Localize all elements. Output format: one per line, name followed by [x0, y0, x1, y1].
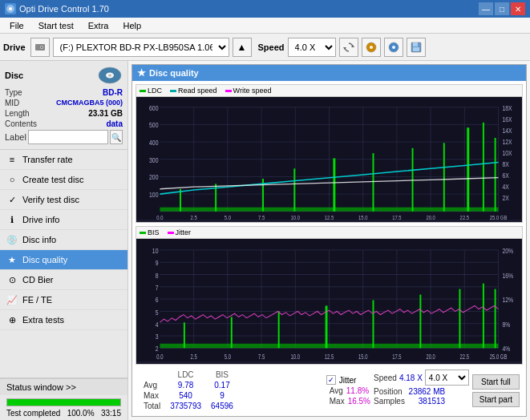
speed-select[interactable]: 4.0 X: [288, 38, 336, 57]
drive-label: Drive: [3, 42, 26, 52]
position-row: Position 23862 MB: [374, 387, 445, 396]
svg-text:100: 100: [149, 191, 159, 199]
minimize-button[interactable]: —: [479, 2, 493, 15]
jitter-checkbox[interactable]: ✓: [326, 375, 336, 385]
save-button[interactable]: [407, 38, 426, 57]
svg-rect-70: [483, 123, 484, 212]
start-full-button[interactable]: Start full: [472, 374, 520, 390]
menu-start-test[interactable]: Start test: [32, 19, 80, 32]
drive-icon-button[interactable]: [30, 38, 50, 57]
svg-rect-117: [184, 322, 185, 348]
svg-text:15.0: 15.0: [358, 353, 367, 361]
svg-text:600: 600: [149, 104, 159, 112]
drive-info-icon: ℹ: [6, 214, 18, 225]
svg-point-16: [108, 75, 111, 77]
cd-bier-icon: ⊙: [6, 274, 18, 285]
menu-extra[interactable]: Extra: [82, 19, 115, 32]
svg-text:25.0 GB: 25.0 GB: [490, 353, 508, 361]
disc-mid-row: MID CMCMAGBA5 (000): [5, 99, 123, 107]
disc-section-label: Disc: [5, 71, 23, 80]
svg-text:12.5: 12.5: [325, 214, 334, 220]
maximize-button[interactable]: □: [495, 2, 509, 15]
svg-text:17.5: 17.5: [392, 214, 402, 220]
max-row-label: Max: [139, 390, 165, 401]
mid-value: CMCMAGBA5 (000): [56, 99, 123, 107]
transfer-rate-icon: ≡: [6, 154, 18, 165]
svg-rect-71: [495, 138, 496, 212]
bis-col-header: BIS: [206, 370, 238, 380]
svg-rect-119: [278, 311, 280, 348]
app-icon: [5, 3, 16, 14]
close-button[interactable]: ✕: [511, 2, 525, 15]
status-percent: 100.0%: [67, 409, 95, 418]
disc-info-icon: 💿: [6, 234, 18, 245]
status-window-label: Status window >>: [6, 382, 76, 392]
panel-icon: ★: [137, 67, 146, 79]
write-speed-legend-label: Write speed: [233, 87, 272, 95]
label-search-button[interactable]: 🔍: [110, 130, 123, 144]
status-text-row: Test completed 100.0% 33:15: [3, 408, 124, 418]
disc-panel-header: Disc: [5, 66, 123, 85]
svg-text:9: 9: [156, 258, 159, 268]
menu-help[interactable]: Help: [116, 19, 148, 32]
svg-text:8: 8: [156, 270, 159, 280]
sidebar-item-extra-tests[interactable]: ⊕ Extra tests: [0, 310, 127, 330]
jitter-legend-label: Jitter: [176, 228, 192, 236]
progress-bar-fill: [7, 399, 120, 406]
start-part-button[interactable]: Start part: [472, 392, 520, 407]
sidebar-item-disc-quality[interactable]: ★ Disc quality: [0, 250, 127, 270]
svg-text:4X: 4X: [502, 183, 509, 191]
drive-select[interactable]: (F:) PLEXTOR BD-R PX-LB950SA 1.06: [53, 38, 229, 57]
jitter-section: ✓ Jitter: [326, 375, 370, 385]
status-window-button[interactable]: Status window >>: [0, 378, 127, 395]
sidebar-item-label: FE / TE: [22, 295, 52, 305]
jitter-avg-val: 11.8%: [346, 386, 369, 395]
svg-point-10: [392, 46, 395, 49]
svg-rect-123: [459, 289, 460, 349]
samples-row: Samples 381513: [374, 397, 445, 406]
svg-text:10: 10: [152, 246, 159, 256]
sidebar-item-label: CD Bier: [22, 275, 54, 285]
avg-label2: Avg: [330, 386, 343, 395]
eject-button[interactable]: ▲: [233, 38, 252, 57]
menu-file[interactable]: File: [3, 19, 30, 32]
svg-rect-64: [293, 168, 295, 212]
sidebar-item-label: Transfer rate: [22, 155, 73, 164]
avg-ldc: 9.78: [165, 380, 206, 390]
chart2-area: BIS Jitter: [136, 226, 523, 365]
svg-text:0.0: 0.0: [156, 353, 163, 361]
status-completed-text: Test completed: [6, 409, 60, 418]
svg-text:10.0: 10.0: [291, 353, 300, 361]
speed-stat-select[interactable]: 4.0 X: [425, 370, 469, 386]
disc2-button[interactable]: [384, 38, 403, 57]
ldc-legend-label: LDC: [148, 87, 162, 95]
sidebar-item-verify-test-disc[interactable]: ✓ Verify test disc: [0, 190, 127, 210]
label-input[interactable]: [28, 130, 108, 144]
svg-rect-65: [333, 159, 335, 212]
disc-button[interactable]: [362, 38, 381, 57]
sidebar-item-cd-bier[interactable]: ⊙ CD Bier: [0, 270, 127, 290]
svg-text:6: 6: [156, 295, 159, 305]
svg-rect-61: [180, 189, 181, 212]
svg-text:22.5: 22.5: [460, 214, 470, 220]
sidebar-item-transfer-rate[interactable]: ≡ Transfer rate: [0, 150, 127, 170]
sidebar-item-disc-info[interactable]: 💿 Disc info: [0, 230, 127, 250]
svg-text:5.0: 5.0: [225, 214, 231, 220]
legend-jitter: Jitter: [168, 228, 192, 236]
speed-stat-val: 4.18 X: [399, 374, 423, 382]
svg-text:10X: 10X: [502, 149, 512, 157]
jitter-label: Jitter: [339, 376, 357, 385]
progress-area: Test completed 100.0% 33:15: [0, 395, 127, 420]
app-title: Opti Drive Control 1.70: [19, 4, 109, 14]
sidebar-item-create-test-disc[interactable]: ○ Create test disc: [0, 170, 127, 190]
sidebar-item-fe-te[interactable]: 📈 FE / TE: [0, 290, 127, 310]
legend-write-speed: Write speed: [225, 87, 272, 95]
svg-rect-68: [443, 143, 445, 211]
refresh-button[interactable]: [339, 38, 358, 57]
chart1-svg: 600 500 400 300 200 100 18X 16X 14X 12X …: [136, 97, 522, 220]
svg-text:8%: 8%: [502, 320, 510, 329]
sidebar-item-drive-info[interactable]: ℹ Drive info: [0, 210, 127, 230]
svg-text:6X: 6X: [502, 172, 509, 180]
legend-ldc: LDC: [140, 87, 162, 95]
svg-text:300: 300: [149, 156, 159, 164]
